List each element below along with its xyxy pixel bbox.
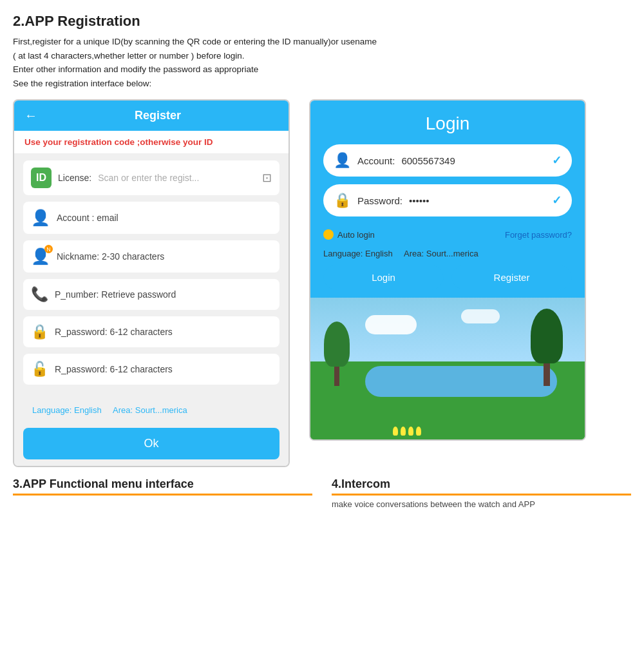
account-icon: 👤 [31,209,50,227]
login-password-value: •••••• [409,195,430,206]
tree1-top [324,322,350,367]
flower3 [408,427,413,436]
water-bg [365,366,557,397]
nickname-icon-wrap: 👤 N [31,247,50,265]
login-options: Auto login Forget password? [323,224,572,245]
area-label: Area: [113,405,133,415]
lang-value[interactable]: English [74,405,102,415]
register-button[interactable]: Register [451,265,572,290]
license-placeholder: Scan or enter the regist... [98,173,199,183]
register-notice: Use your registration code ;otherwise yo… [14,131,289,154]
tree2 [531,309,563,386]
bottom-left: 3.APP Functional menu interface [13,477,312,509]
login-account-value: 6005567349 [401,155,455,166]
bottom-right-underline [332,494,631,495]
license-field[interactable]: ID License: Scan or enter the regist... … [23,160,279,195]
back-arrow-icon[interactable]: ← [24,108,37,123]
register-body: ID License: Scan or enter the regist... … [14,154,289,398]
login-button[interactable]: Login [323,265,444,290]
phone-field[interactable]: 📞 P_number: Retrieve password [23,279,279,310]
login-screen: Login 👤 Account: 6005567349 ✓ 🔒 Password… [309,99,586,441]
flower4 [416,427,421,436]
license-label: License: [58,173,91,183]
register-title: Register [37,109,278,122]
tree2-top [531,309,563,363]
area-value[interactable]: Sourt...merica [135,405,187,415]
cloud1 [365,315,417,334]
lang-label: Language: [32,405,71,415]
tree1-trunk [334,363,339,386]
auto-login-row: Auto login [323,229,375,240]
flower2 [401,427,406,436]
login-account-field[interactable]: 👤 Account: 6005567349 ✓ [323,144,572,177]
bottom-section: 3.APP Functional menu interface 4.Interc… [13,477,631,515]
forget-password-link[interactable]: Forget password? [505,230,572,240]
tree2-trunk [544,360,550,386]
cloud2 [461,309,500,323]
lock2-icon: 🔓 [31,361,48,378]
account-field[interactable]: 👤 Account : email [23,202,279,234]
nickname-label: Nickname: 2-30 characters [57,251,164,262]
password-check-icon: ✓ [552,193,562,207]
login-title: Login [323,113,572,134]
nature-scene [310,298,585,439]
rpassword2-label: R_password: 6-12 characters [55,364,173,374]
auto-login-label: Auto login [337,230,375,240]
register-screen: ← Register Use your registration code ;o… [13,99,290,467]
id-icon: ID [31,168,52,188]
register-header: ← Register [14,101,289,131]
rpassword1-label: R_password: 6-12 characters [55,327,173,337]
nickname-badge: N [44,245,53,253]
login-blue-section: Login 👤 Account: 6005567349 ✓ 🔒 Password… [310,101,585,298]
login-account-icon: 👤 [334,152,351,169]
screenshots-row: ← Register Use your registration code ;o… [13,99,631,467]
login-account-label: Account: [357,155,395,166]
login-lang-label: Language: [323,249,363,258]
login-lang-value: English [365,249,393,258]
register-lang-area: Language: English Area: Sourt...merica [23,401,279,421]
scan-icon[interactable]: ⊡ [262,171,272,185]
bottom-right-title: 4.Intercom [332,477,631,491]
bottom-left-title: 3.APP Functional menu interface [13,477,312,491]
intro-text: First,register for a unique ID(by scanni… [13,35,631,90]
ok-button[interactable]: Ok [23,428,279,459]
lock1-icon: 🔒 [31,323,48,340]
register-footer: Language: English Area: Sourt...merica O… [14,398,289,466]
bottom-left-underline [13,494,312,495]
flowers [393,427,421,436]
phone-icon: 📞 [31,286,48,303]
page-title: 2.APP Registration [13,13,631,30]
login-area-value: Sourt...merica [426,249,478,258]
phone-label: P_number: Retrieve password [55,289,176,300]
account-check-icon: ✓ [552,153,562,168]
account-icon-wrap: 👤 [31,209,50,227]
login-password-icon: 🔒 [334,192,351,209]
bottom-right-subtitle: make voice conversations between the wat… [332,499,631,509]
login-buttons-row: Login Register [323,265,572,298]
rpassword2-field[interactable]: 🔓 R_password: 6-12 characters [23,354,279,385]
flower1 [393,427,398,436]
login-password-label: Password: [357,195,402,206]
login-lang-area: Language: English Area: Sourt...merica [323,245,572,265]
auto-login-dot[interactable] [323,229,334,240]
tree1 [324,322,350,386]
login-area-label: Area: [404,249,424,258]
login-password-field[interactable]: 🔒 Password: •••••• ✓ [323,184,572,216]
bottom-right: 4.Intercom make voice conversations betw… [332,477,631,509]
nickname-field[interactable]: 👤 N Nickname: 2-30 characters [23,240,279,273]
rpassword1-field[interactable]: 🔒 R_password: 6-12 characters [23,316,279,347]
account-label: Account : email [57,213,118,223]
